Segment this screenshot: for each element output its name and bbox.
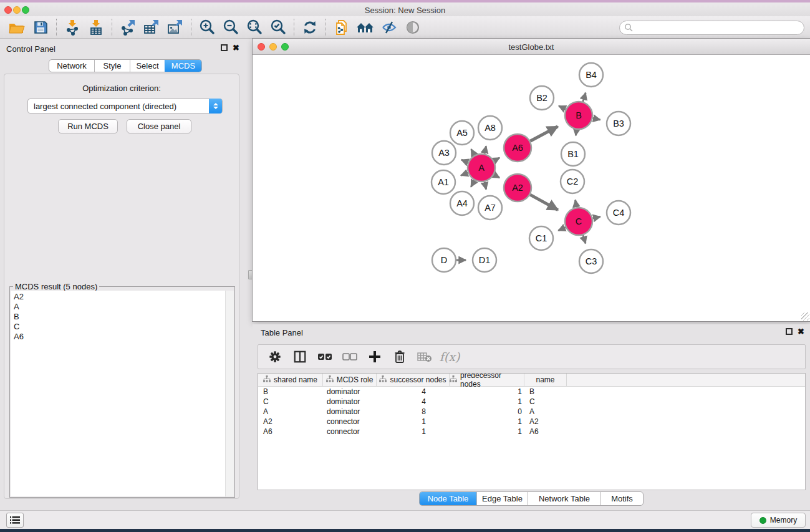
table-cell[interactable]: 1	[450, 397, 524, 407]
graph-node-C[interactable]: C	[565, 208, 592, 235]
graph-node-A1[interactable]: A1	[432, 170, 455, 194]
edge-A-A6[interactable]	[494, 158, 499, 161]
graph-node-A[interactable]: A	[468, 154, 495, 181]
edge-B-B4[interactable]	[583, 93, 586, 102]
table-row[interactable]: A2connector11A2	[258, 417, 805, 427]
table-cell[interactable]: 1	[377, 417, 450, 427]
table-cell[interactable]: A	[524, 407, 567, 417]
graph-node-A8[interactable]: A8	[478, 116, 502, 140]
unselect-all-icon[interactable]	[342, 349, 358, 365]
resize-grip[interactable]	[801, 312, 809, 321]
float-panel-icon[interactable]	[221, 44, 228, 51]
graph-node-C4[interactable]: C4	[607, 201, 630, 225]
graph-node-B3[interactable]: B3	[607, 112, 630, 135]
table-cell[interactable]: A2	[524, 417, 567, 427]
edge-A-A4[interactable]	[471, 180, 475, 186]
table-cell[interactable]: 1	[377, 427, 450, 437]
result-item[interactable]: C	[14, 322, 222, 332]
table-cell[interactable]: 1	[450, 387, 524, 397]
edge-C-C1[interactable]	[558, 227, 566, 230]
zoom-selected-icon[interactable]	[266, 18, 290, 37]
table-cell[interactable]: B	[524, 387, 567, 397]
copy-network-icon[interactable]	[330, 18, 354, 37]
select-all-icon[interactable]	[317, 349, 333, 365]
column-browser-icon[interactable]	[292, 349, 308, 365]
edge-C-C2[interactable]	[576, 200, 577, 208]
table-row[interactable]: Bdominator41B	[258, 387, 805, 397]
graph-node-A2[interactable]: A2	[504, 174, 531, 201]
edge-A-A7[interactable]	[485, 181, 486, 189]
table-cell[interactable]: 1	[450, 427, 524, 437]
search-input[interactable]	[619, 21, 804, 35]
column-header-successor-nodes[interactable]: successor nodes	[377, 374, 450, 386]
table-row[interactable]: Adominator80A	[258, 407, 805, 417]
export-image-icon[interactable]	[163, 18, 187, 37]
tab-network-table[interactable]: Network Table	[528, 492, 600, 505]
float-table-panel-icon[interactable]	[786, 328, 793, 335]
result-item[interactable]: B	[14, 312, 222, 322]
graph-node-D1[interactable]: D1	[473, 248, 496, 272]
edge-A6-B[interactable]	[530, 127, 557, 141]
column-header-MCDS-role[interactable]: MCDS role	[323, 374, 377, 386]
memory-button[interactable]: Memory	[751, 513, 806, 528]
table-cell[interactable]: C	[258, 397, 323, 407]
save-icon[interactable]	[29, 18, 52, 37]
graph-node-B2[interactable]: B2	[530, 86, 554, 110]
result-item[interactable]: A2	[14, 292, 222, 302]
export-table-icon[interactable]	[140, 18, 163, 37]
edge-A-A2[interactable]	[494, 175, 499, 178]
tab-motifs[interactable]: Motifs	[600, 492, 643, 505]
graph-node-C2[interactable]: C2	[561, 170, 584, 193]
tab-select[interactable]: Select	[130, 60, 165, 72]
optimization-dropdown[interactable]: largest connected component (directed)	[27, 99, 223, 114]
tab-style[interactable]: Style	[94, 60, 130, 72]
column-header-shared-name[interactable]: shared name	[258, 374, 323, 386]
table-cell[interactable]: A	[258, 407, 323, 417]
tab-node-table[interactable]: Node Table	[420, 492, 476, 505]
import-network-icon[interactable]	[60, 18, 84, 37]
table-row[interactable]: Cdominator41C	[258, 397, 805, 407]
edge-A-A1[interactable]	[461, 173, 468, 175]
task-history-button[interactable]	[6, 513, 24, 528]
table-cell[interactable]: connector	[323, 417, 377, 427]
result-scrollbar[interactable]	[225, 291, 234, 496]
zoom-out-icon[interactable]	[219, 18, 243, 37]
graph-node-D[interactable]: D	[432, 248, 456, 272]
close-panel-button[interactable]: Close panel	[127, 119, 191, 133]
table-cell[interactable]: A6	[524, 427, 567, 437]
graph-node-B1[interactable]: B1	[561, 142, 585, 166]
result-item[interactable]: A	[14, 302, 222, 312]
zoom-fit-icon[interactable]	[243, 18, 266, 37]
edge-B-B1[interactable]	[576, 130, 576, 136]
network-canvas[interactable]: B4B2BB3A8A5A6A3B1AA1C2A2A4A7C4CC1C3DD1	[253, 55, 809, 321]
destroy-table-icon[interactable]	[417, 349, 433, 365]
edge-C-C3[interactable]	[583, 235, 586, 243]
zoom-in-icon[interactable]	[195, 18, 219, 37]
table-cell[interactable]: connector	[323, 427, 377, 437]
tab-network[interactable]: Network	[49, 60, 94, 72]
table-row[interactable]: A6connector11A6	[258, 427, 805, 437]
column-header-name[interactable]: name	[524, 374, 567, 386]
result-item[interactable]: A6	[14, 332, 222, 342]
export-network-icon[interactable]	[116, 18, 140, 37]
edge-A-A5[interactable]	[471, 149, 475, 155]
edge-A-A8[interactable]	[485, 146, 486, 153]
graph-node-C1[interactable]: C1	[529, 226, 553, 250]
run-mcds-button[interactable]: Run MCDS	[58, 119, 118, 133]
open-folder-icon[interactable]	[5, 18, 29, 37]
graph-node-B4[interactable]: B4	[579, 63, 603, 87]
table-cell[interactable]: C	[524, 397, 567, 407]
graph-node-B[interactable]: B	[565, 102, 592, 129]
table-cell[interactable]: A2	[258, 417, 323, 427]
home-icon[interactable]	[354, 18, 377, 37]
import-table-icon[interactable]	[84, 18, 108, 37]
function-builder-icon[interactable]: f(x)	[441, 349, 458, 365]
refresh-icon[interactable]	[298, 18, 322, 37]
edge-C-C4[interactable]	[592, 216, 600, 218]
network-graph[interactable]: B4B2BB3A8A5A6A3B1AA1C2A2A4A7C4CC1C3DD1	[253, 55, 809, 321]
network-window-titlebar[interactable]: testGlobe.txt	[253, 39, 810, 55]
add-column-icon[interactable]	[367, 349, 383, 365]
table-cell[interactable]: 4	[377, 387, 450, 397]
close-table-panel-icon[interactable]: ✖	[798, 328, 804, 335]
gear-icon[interactable]	[267, 349, 283, 365]
